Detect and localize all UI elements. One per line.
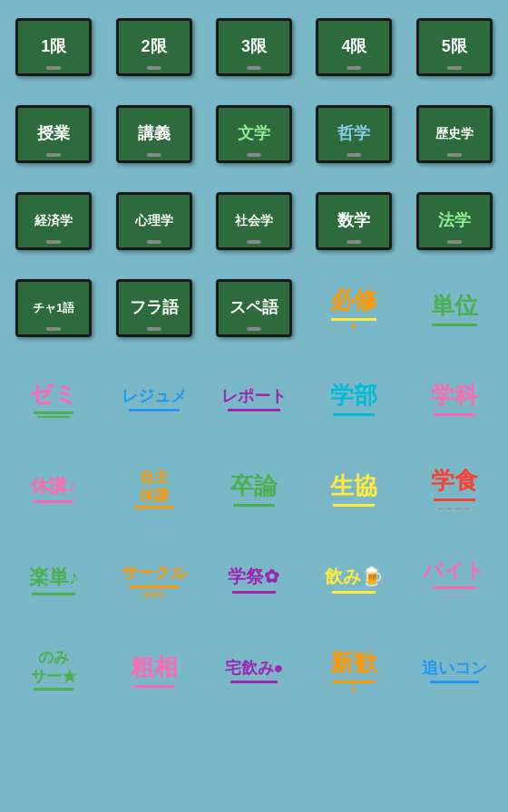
cell-seikyo: 生協 [304, 453, 404, 526]
cell-hougaku: 法学 [405, 185, 504, 257]
shinkan-underline [333, 681, 375, 683]
chalkboard-label-keizai: 経済学 [34, 214, 73, 227]
row-6: 休講♪ 自主休講 卒論 生協 学食 ～ [0, 446, 508, 533]
jishu-sticker: 自主休講 [134, 469, 174, 509]
row-3: 経済学 心理学 社会学 数学 法学 [0, 178, 508, 265]
chalkboard-hougaku: 法学 [416, 192, 493, 250]
chalkboard-label-supego: スペ語 [230, 299, 278, 317]
chalkboard-3gen: 3限 [216, 18, 292, 76]
shinkan-sticker: 新歓 ✦ [330, 647, 377, 695]
report-underline [228, 409, 280, 411]
cell-1gen: 1限 [4, 11, 103, 83]
kyuko-underline [34, 500, 73, 503]
cell-kyuko: 休講♪ [4, 453, 103, 526]
seikyo-underline [333, 504, 375, 507]
rakutan-text: 楽単♪ [29, 564, 79, 591]
rejume-sticker: レジュメ [122, 385, 187, 413]
cell-gakushoku: 学食 ～～～～ [405, 453, 504, 526]
chalkboard-label-tetsugaku: 哲学 [337, 125, 370, 143]
circle-text: サークル [122, 562, 187, 584]
chalkboard-label-hougaku: 法学 [438, 212, 471, 230]
shinkan-text: 新歓 [330, 647, 377, 679]
cell-sugaku: 数学 [304, 185, 404, 257]
chalkboard-label-jugyo: 授業 [37, 125, 70, 143]
soso-sticker: 粗相 [131, 652, 178, 690]
cell-bungaku: 文学 [204, 98, 304, 170]
cell-gakusai: 学祭✿ [204, 544, 304, 616]
row-4: チャ1語 フラ語 スペ語 必修 ✦ 単位 [0, 265, 508, 352]
gakubu-text: 学部 [330, 380, 377, 411]
gakka-underline [434, 413, 475, 416]
baito-underline [433, 586, 476, 589]
gakushoku-text: 学食 [431, 465, 478, 497]
chalkboard-label-cha1go: チャ1語 [33, 302, 74, 314]
rakutan-underline [32, 593, 75, 595]
chalkboard-label-3gen: 3限 [241, 38, 267, 56]
zemi-sticker: ゼミ [29, 379, 78, 420]
gakusai-sticker: 学祭✿ [228, 565, 279, 595]
chalkboard-furage: フラ語 [116, 279, 192, 337]
nomisa-text: のみサー★ [31, 649, 77, 686]
report-sticker: レポート [221, 385, 287, 413]
cell-jishu: 自主休講 [103, 453, 203, 526]
chalkboard-label-kogi: 講義 [138, 125, 171, 143]
tani-underline [432, 324, 477, 326]
hisshu-sticker: 必修 ✦ [330, 285, 377, 333]
chalkboard-label-1gen: 1限 [41, 38, 66, 56]
gakushoku-sticker: 学食 ～～～～ [431, 465, 478, 515]
jishu-underline [134, 506, 174, 508]
rejume-underline [129, 409, 180, 411]
cell-nomi: 飲み🍺 [304, 544, 404, 616]
nomi-sticker: 飲み🍺 [325, 565, 384, 595]
seikyo-sticker: 生協 [330, 470, 377, 508]
gakushoku-wave: ～～～～ [431, 503, 478, 515]
cell-hisshu: 必修 ✦ [304, 272, 404, 344]
circle-deco: ✿✿✿ [122, 590, 187, 599]
oikon-sticker: 追いコン [422, 657, 487, 685]
cell-circle: サークル ✿✿✿ [103, 544, 203, 616]
chalkboard-shinri: 心理学 [116, 192, 192, 250]
gakka-text: 学科 [431, 380, 478, 411]
sotsuron-sticker: 卒論 [230, 470, 278, 508]
shinkan-deco: ✦ [330, 685, 377, 695]
baito-text: バイト [423, 557, 485, 585]
chalkboard-supego: スペ語 [216, 279, 292, 337]
chalkboard-tetsugaku: 哲学 [316, 105, 392, 163]
chalkboard-label-bungaku: 文学 [238, 125, 270, 143]
tani-sticker: 単位 [431, 290, 478, 326]
row-1: 1限 2限 3限 4限 5限 [0, 4, 508, 91]
cell-3gen: 3限 [204, 11, 304, 83]
zemi-text: ゼミ [29, 379, 78, 411]
sotsuron-underline [233, 504, 275, 507]
sticker-grid: 1限 2限 3限 4限 5限 授業 [0, 0, 508, 812]
oikon-underline [430, 681, 479, 683]
chalkboard-keizai: 経済学 [15, 192, 92, 250]
chalkboard-sugaku: 数学 [316, 192, 392, 250]
sotsuron-text: 卒論 [230, 470, 278, 502]
soso-underline [133, 685, 175, 688]
circle-underline [130, 585, 179, 588]
chalkboard-label-sugaku: 数学 [337, 212, 370, 230]
chalkboard-kogi: 講義 [116, 105, 192, 163]
zemi-underline [34, 411, 73, 414]
cell-shinri: 心理学 [103, 185, 203, 257]
cell-2gen: 2限 [103, 11, 203, 83]
cell-jugyo: 授業 [4, 98, 103, 170]
cell-nomisa: のみサー★ [4, 634, 103, 707]
cell-shakai: 社会学 [204, 185, 304, 257]
soso-text: 粗相 [131, 652, 178, 683]
cell-soso: 粗相 [103, 634, 203, 707]
gakubu-underline [333, 413, 375, 416]
cell-5gen: 5限 [405, 11, 504, 83]
rakutan-sticker: 楽単♪ [29, 564, 79, 597]
cell-4gen: 4限 [304, 11, 404, 83]
seikyo-text: 生協 [330, 470, 377, 502]
cell-takunomi: 宅飲み● [204, 634, 304, 707]
chalkboard-label-4gen: 4限 [341, 38, 366, 56]
gakushoku-underline [434, 498, 475, 501]
baito-wave: ～～～ [423, 591, 485, 603]
kyuko-text: 休講♪ [31, 474, 76, 498]
cell-oikon: 追いコン [405, 634, 504, 707]
tani-text: 単位 [431, 290, 478, 322]
cell-supego: スペ語 [204, 272, 304, 344]
